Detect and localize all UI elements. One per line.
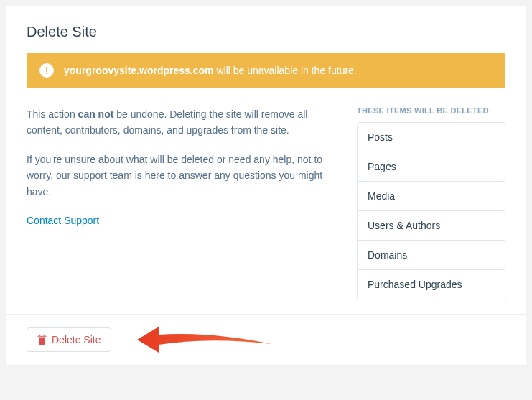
card-footer: Delete Site — [6, 314, 526, 365]
trash-icon — [37, 335, 47, 345]
alert-icon: ! — [39, 63, 54, 78]
list-item: Users & Authors — [358, 211, 505, 241]
notice-suffix: will be unavailable in the future. — [214, 65, 357, 76]
list-item: Domains — [358, 241, 505, 270]
warning-paragraph: This action can not be undone. Deleting … — [27, 106, 335, 139]
page-title: Delete Site — [27, 24, 505, 40]
list-item: Posts — [358, 123, 505, 152]
content-right: THESE ITEMS WILL BE DELETED Posts Pages … — [357, 106, 505, 299]
cannot-emphasis: can not — [78, 108, 114, 120]
warning-notice: ! yourgroovysite.wordpress.com will be u… — [27, 53, 505, 88]
content-left: This action can not be undone. Deleting … — [27, 106, 335, 299]
delete-site-card: Delete Site ! yourgroovysite.wordpress.c… — [6, 6, 526, 366]
delete-site-button[interactable]: Delete Site — [27, 327, 111, 352]
card-body: Delete Site ! yourgroovysite.wordpress.c… — [6, 6, 526, 314]
delete-button-label: Delete Site — [52, 334, 101, 345]
arrow-annotation-icon — [137, 324, 274, 355]
list-item: Purchased Upgrades — [358, 270, 505, 299]
sidebar-heading: THESE ITEMS WILL BE DELETED — [357, 106, 505, 115]
support-paragraph: If you're unsure about what will be dele… — [27, 152, 335, 200]
list-item: Media — [358, 182, 505, 211]
content-row: This action can not be undone. Deleting … — [27, 106, 505, 299]
deleted-items-list: Posts Pages Media Users & Authors Domain… — [357, 122, 505, 299]
site-domain: yourgroovysite.wordpress.com — [64, 65, 214, 76]
notice-text: yourgroovysite.wordpress.com will be una… — [64, 65, 357, 76]
list-item: Pages — [358, 152, 505, 182]
contact-support-link[interactable]: Contact Support — [27, 215, 99, 226]
